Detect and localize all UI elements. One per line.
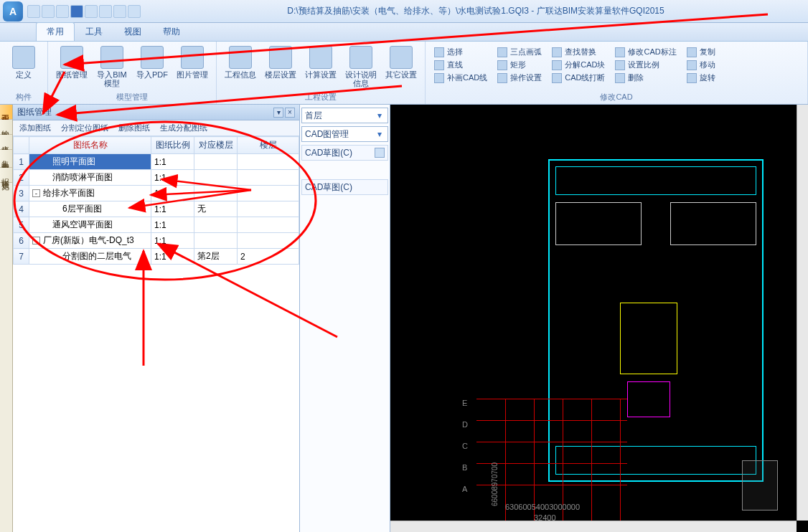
row-number[interactable]: 3: [14, 186, 29, 201]
cell-scale[interactable]: 1:1: [151, 249, 194, 265]
split-locate-drawing-button[interactable]: 分割定位图纸: [56, 120, 113, 136]
cell-drawing-name[interactable]: 分割图的二层电气: [29, 249, 151, 265]
table-row[interactable]: 5通风空调平面图1:1: [14, 217, 299, 233]
table-row[interactable]: 7分割图的二层电气1:1第2层2: [14, 249, 299, 265]
panel-pin-icon[interactable]: ▾: [273, 108, 283, 118]
row-number[interactable]: 6: [14, 233, 29, 249]
row-number[interactable]: 2: [14, 170, 29, 186]
move-btn[interactable]: 移动: [684, 59, 718, 71]
floor-settings-button[interactable]: 楼层设置: [261, 44, 300, 91]
cell-floornum[interactable]: [238, 233, 299, 249]
qat-redo-icon[interactable]: [99, 5, 112, 18]
table-row[interactable]: 3-给排水平面图1:1: [14, 186, 299, 201]
tree-toggle-icon[interactable]: -: [32, 189, 40, 197]
find-replace[interactable]: 查找替换: [549, 46, 608, 58]
delete-btn[interactable]: 删除: [612, 72, 679, 84]
col-name[interactable]: 图纸名称: [29, 137, 151, 154]
add-drawing-button[interactable]: 添加图纸: [14, 120, 56, 136]
table-row[interactable]: 46层平面图1:1无: [14, 201, 299, 217]
ribbon-tab-tools[interactable]: 工具: [75, 22, 113, 41]
set-scale[interactable]: 设置比例: [612, 59, 679, 71]
side-tab-report[interactable]: 报表预览: [0, 168, 12, 183]
scrollbar-horizontal[interactable]: [390, 521, 797, 532]
define-button[interactable]: 定义: [4, 44, 43, 91]
design-notes-button[interactable]: 设计说明信息: [342, 44, 380, 91]
scrollbar-vertical[interactable]: [797, 105, 808, 521]
drawings-table[interactable]: 图纸名称 图纸比例 对应楼层 楼层 1照明平面图1:12消防喷淋平面图1:13-…: [13, 136, 299, 265]
ribbon-tab-help[interactable]: 帮助: [152, 22, 191, 41]
modify-cad-label[interactable]: 修改CAD标注: [612, 46, 679, 58]
cell-floor[interactable]: [194, 233, 238, 249]
qat-open-icon[interactable]: [42, 5, 55, 18]
cell-floornum[interactable]: [238, 217, 299, 233]
import-bim-button[interactable]: 导入BIM模型: [93, 44, 131, 91]
drawing-manage-button[interactable]: 图纸管理: [52, 44, 91, 91]
cell-floor[interactable]: [194, 154, 238, 170]
cell-scale[interactable]: 1:1: [151, 170, 194, 186]
qat-save-icon[interactable]: [56, 5, 69, 18]
ribbon-tab-view[interactable]: 视图: [113, 22, 152, 41]
op-settings[interactable]: 操作设置: [494, 72, 545, 84]
gen-dist-drawing-button[interactable]: 生成分配图纸: [155, 120, 212, 136]
cad-manage-combo[interactable]: CAD图管理▾: [301, 126, 388, 142]
copy-btn[interactable]: 复制: [684, 46, 718, 58]
cell-drawing-name[interactable]: -厂房(新版）电气-DQ_t3: [29, 233, 151, 249]
image-manage-button[interactable]: 图片管理: [173, 44, 212, 91]
arc-tool[interactable]: 三点画弧: [494, 46, 545, 58]
cad-sketch-row[interactable]: CAD草图(C): [301, 145, 388, 161]
cell-floor[interactable]: [194, 170, 238, 186]
cell-floornum[interactable]: [238, 186, 299, 201]
cell-drawing-name[interactable]: 照明平面图: [29, 154, 151, 170]
delete-drawing-button[interactable]: 删除图纸: [113, 120, 155, 136]
cell-scale[interactable]: 1:1: [151, 233, 194, 249]
fill-cad-line[interactable]: 补画CAD线: [431, 72, 490, 84]
table-row[interactable]: 2消防喷淋平面图1:1: [14, 170, 299, 186]
line-tool[interactable]: 直线: [431, 59, 490, 71]
calc-settings-button[interactable]: 计算设置: [301, 44, 340, 91]
rotate-btn[interactable]: 旋转: [684, 72, 718, 84]
side-tab-table-input[interactable]: 表格输入: [0, 135, 12, 150]
qat-more-icon[interactable]: [128, 5, 141, 18]
cell-floor[interactable]: 无: [194, 201, 238, 217]
col-scale[interactable]: 图纸比例: [151, 137, 194, 154]
cell-drawing-name[interactable]: 消防喷淋平面图: [29, 170, 151, 186]
row-number[interactable]: 7: [14, 249, 29, 265]
col-num[interactable]: 楼层: [238, 137, 299, 154]
explode-cad[interactable]: 分解CAD块: [549, 59, 608, 71]
row-number[interactable]: 4: [14, 201, 29, 217]
floor-combo[interactable]: 首层▾: [301, 108, 388, 123]
cell-floornum[interactable]: [238, 154, 299, 170]
cell-floornum[interactable]: [238, 170, 299, 186]
qat-region-icon[interactable]: [113, 5, 126, 18]
cell-scale[interactable]: 1:1: [151, 201, 194, 217]
cell-floornum[interactable]: [238, 201, 299, 217]
cell-drawing-name[interactable]: 6层平面图: [29, 201, 151, 217]
cad-viewport[interactable]: E D C B A 66008970700 63060054003000000 …: [390, 105, 808, 532]
table-row[interactable]: 1照明平面图1:1: [14, 154, 299, 170]
cell-floor[interactable]: [194, 217, 238, 233]
qat-new-icon[interactable]: [27, 5, 40, 18]
cell-floor[interactable]: [194, 186, 238, 201]
table-row[interactable]: 6-厂房(新版）电气-DQ_t31:1: [14, 233, 299, 249]
row-number[interactable]: 5: [14, 217, 29, 233]
qat-undo-icon[interactable]: [85, 5, 98, 18]
cad-sketch-row-2[interactable]: CAD草图(C): [301, 179, 388, 195]
panel-close-icon[interactable]: ×: [285, 108, 295, 118]
break-cad-line[interactable]: CAD线打断: [549, 72, 608, 84]
project-info-button[interactable]: 工程信息: [221, 44, 260, 91]
side-tab-proj-settings[interactable]: 工程设置: [0, 105, 12, 120]
side-tab-batch-apply[interactable]: 集中套用做法: [0, 150, 12, 168]
cell-drawing-name[interactable]: -给排水平面图: [29, 186, 151, 201]
cell-scale[interactable]: 1:1: [151, 217, 194, 233]
other-settings-button[interactable]: 其它设置: [382, 44, 421, 91]
select-tool[interactable]: 选择: [431, 46, 490, 58]
side-tab-draw-input[interactable]: 绘图输入: [0, 120, 12, 135]
cell-drawing-name[interactable]: 通风空调平面图: [29, 217, 151, 233]
rect-tool[interactable]: 矩形: [494, 59, 545, 71]
import-pdf-button[interactable]: 导入PDF: [133, 44, 172, 91]
cell-scale[interactable]: 1:1: [151, 186, 194, 201]
cell-floornum[interactable]: 2: [238, 249, 299, 265]
col-floor[interactable]: 对应楼层: [194, 137, 238, 154]
cell-floor[interactable]: 第2层: [194, 249, 238, 265]
row-number[interactable]: 1: [14, 154, 29, 170]
